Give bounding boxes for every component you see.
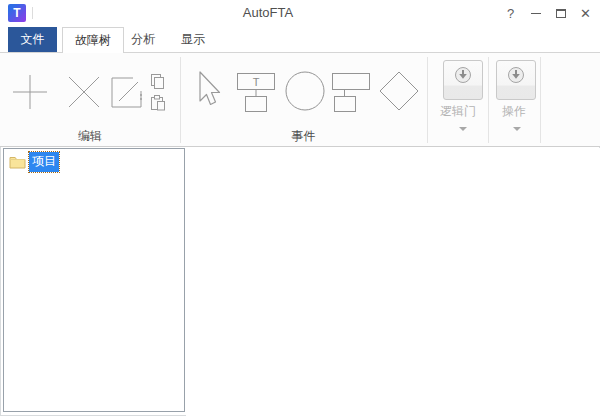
- top-event-button[interactable]: T: [234, 69, 278, 113]
- tree-item-label: 项目: [29, 152, 59, 172]
- group-separator: [427, 57, 428, 143]
- top-event-icon: T: [234, 69, 278, 113]
- edit-node-button[interactable]: [108, 74, 146, 110]
- close-icon: ✕: [580, 7, 591, 20]
- ribbon-tab-row: 文件 故障树 分析 显示: [0, 26, 600, 53]
- operation-label: 操作: [488, 103, 540, 120]
- tab-analysis[interactable]: 分析: [118, 27, 168, 52]
- group-separator: [540, 57, 541, 143]
- ribbon: 编辑 T: [0, 53, 600, 147]
- logic-gate-button[interactable]: [443, 60, 483, 100]
- add-node-button[interactable]: [10, 72, 50, 112]
- down-circle-icon: [507, 66, 525, 84]
- intermediate-event-icon: [329, 69, 373, 113]
- select-tool-button[interactable]: [191, 70, 221, 108]
- title-bar: T AutoFTA ? ✕: [0, 0, 600, 26]
- copy-icon: [150, 74, 166, 90]
- operation-dropdown-arrow[interactable]: [513, 127, 521, 131]
- copy-button[interactable]: [150, 74, 166, 90]
- group-label-edit: 编辑: [0, 128, 180, 145]
- window-controls: ? ✕: [498, 0, 598, 26]
- titlebar-separator: [32, 7, 33, 19]
- plus-icon: [10, 72, 50, 112]
- tree-item-project[interactable]: 项目: [9, 152, 59, 171]
- basic-event-button[interactable]: [283, 69, 327, 113]
- help-button[interactable]: ?: [498, 0, 523, 26]
- logic-gate-dropdown-arrow[interactable]: [459, 127, 467, 131]
- down-circle-icon: [454, 66, 472, 84]
- cursor-icon: [191, 70, 221, 108]
- close-button[interactable]: ✕: [573, 0, 598, 26]
- minimize-button[interactable]: [523, 0, 548, 26]
- diamond-event-icon: [377, 69, 421, 113]
- file-menu-button[interactable]: 文件: [8, 27, 57, 52]
- circle-event-icon: [283, 69, 327, 113]
- group-label-event: 事件: [180, 128, 427, 145]
- maximize-icon: [556, 9, 566, 18]
- app-window: T AutoFTA ? ✕ 文件 故障树 分析 显示: [0, 0, 600, 416]
- app-logo-icon: T: [8, 4, 26, 22]
- paste-icon: [150, 95, 166, 111]
- group-separator: [488, 57, 489, 143]
- tab-fault-tree[interactable]: 故障树: [62, 27, 124, 53]
- help-icon: ?: [507, 6, 514, 21]
- canvas-area: [186, 148, 600, 416]
- minimize-icon: [531, 13, 541, 14]
- project-tree-panel: 项目: [3, 148, 185, 412]
- folder-icon: [9, 154, 26, 169]
- paste-button[interactable]: [150, 95, 166, 111]
- top-event-letter: T: [253, 76, 260, 88]
- undeveloped-event-button[interactable]: [377, 69, 421, 113]
- operation-button[interactable]: [496, 60, 536, 100]
- intermediate-event-button[interactable]: [329, 69, 373, 113]
- tab-display[interactable]: 显示: [168, 27, 218, 52]
- delete-node-button[interactable]: [64, 72, 104, 112]
- window-title: AutoFTA: [60, 0, 476, 26]
- edit-icon: [108, 74, 146, 110]
- maximize-button[interactable]: [548, 0, 573, 26]
- cross-icon: [64, 72, 104, 112]
- logic-gate-label: 逻辑门: [428, 103, 488, 120]
